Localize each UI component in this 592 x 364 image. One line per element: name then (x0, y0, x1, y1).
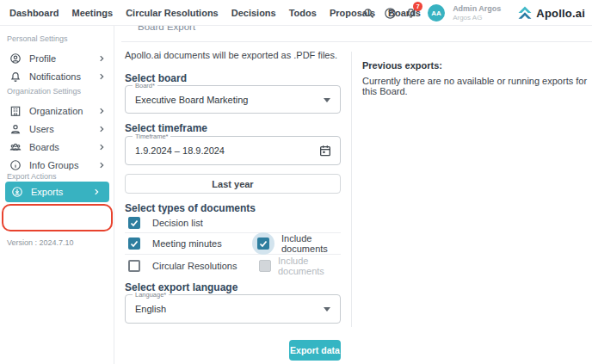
document-row-circular-resolutions: Circular Resolutions Include documents (125, 255, 341, 276)
sidebar-item-profile[interactable]: Profile (0, 49, 114, 67)
chevron-right-icon (97, 107, 106, 115)
nav-todos[interactable]: Todos (289, 8, 317, 18)
sidebar-item-label: Organization (29, 106, 97, 116)
last-year-button[interactable]: Last year (125, 174, 341, 194)
checkbox-focus-halo (252, 232, 274, 255)
section-export-actions: Export Actions (7, 172, 57, 181)
checkbox-label: Meeting minutes (152, 238, 222, 249)
document-row-decision-list: Decision list (125, 213, 341, 233)
main-nav: Dashboard Meetings Circular Resolutions … (0, 8, 421, 18)
document-row-meeting-minutes: Meeting minutes Include documents (125, 233, 341, 255)
help-icon[interactable] (383, 6, 397, 20)
chevron-right-icon (97, 143, 106, 151)
language-field-label: Language* (133, 291, 169, 299)
brand-name: Apollo.ai (536, 7, 585, 20)
sidebar-item-label: Users (29, 124, 97, 134)
sidebar-item-label: Boards (29, 142, 97, 152)
sidebar-item-organization[interactable]: Organization (0, 102, 114, 120)
top-navigation-bar: Dashboard Meetings Circular Resolutions … (0, 0, 592, 26)
panel-divider (351, 52, 352, 327)
settings-sidebar: Personal Settings Profile Notifications … (0, 26, 114, 364)
previous-exports-title: Previous exports: (362, 60, 442, 71)
people-group-icon (9, 141, 22, 153)
bell-icon (9, 71, 22, 83)
timeframe-field-label: Timeframe* (133, 133, 170, 140)
annotation-highlight (2, 204, 113, 231)
board-selected-value: Executive Board Marketing (126, 86, 340, 113)
checkbox-label: Circular Resolutions (152, 261, 237, 271)
sidebar-item-label: Exports (31, 187, 92, 197)
sidebar-item-boards[interactable]: Boards (0, 138, 114, 156)
notifications-bell-icon[interactable]: 7 (404, 6, 418, 20)
sidebar-item-info-groups[interactable]: Info Groups (0, 156, 114, 174)
board-select[interactable]: Board* Executive Board Marketing (125, 85, 341, 114)
language-select[interactable]: Language* English (125, 294, 341, 324)
user-organization: Argos AG (453, 14, 501, 22)
info-circle-icon (9, 159, 22, 171)
timeframe-input[interactable]: Timeframe* 1.9.2024 – 18.9.2024 (125, 136, 341, 165)
decision-list-checkbox[interactable] (128, 217, 140, 229)
sidebar-item-label: Info Groups (29, 160, 97, 170)
calendar-icon[interactable] (318, 144, 332, 157)
nav-decisions[interactable]: Decisions (231, 8, 276, 18)
user-icon (9, 123, 22, 135)
sidebar-item-notifications[interactable]: Notifications (0, 67, 114, 85)
sidebar-item-users[interactable]: Users (0, 120, 114, 138)
sidebar-item-label: Notifications (29, 71, 97, 82)
circular-resolutions-checkbox[interactable] (128, 260, 140, 272)
apollo-logo-icon (517, 5, 533, 21)
top-right-cluster: 7 AA Admin Argos Argos AG Apollo.ai (361, 0, 585, 26)
nav-dashboard[interactable]: Dashboard (9, 8, 59, 18)
user-info[interactable]: Admin Argos Argos AG (453, 4, 501, 22)
version-label: Version : 2024.7.10 (7, 238, 74, 247)
include-documents-group: Include documents (252, 232, 341, 255)
timeframe-value: 1.9.2024 – 18.9.2024 (126, 137, 340, 164)
title-divider (121, 41, 592, 42)
export-data-button[interactable]: Export data (289, 340, 341, 361)
include-documents-checkbox[interactable] (257, 238, 269, 250)
caret-down-icon (324, 307, 330, 312)
language-selected-value: English (126, 295, 340, 323)
select-document-types-heading: Select types of documents (125, 202, 256, 214)
meeting-minutes-checkbox[interactable] (128, 238, 140, 250)
user-name: Admin Argos (453, 4, 501, 13)
nav-meetings[interactable]: Meetings (71, 8, 113, 18)
profile-icon (9, 52, 22, 65)
caret-down-icon (324, 98, 330, 102)
intro-text: Apollo.ai documents will be exported as … (125, 50, 337, 60)
section-organization-settings: Organization Settings (7, 87, 81, 96)
chevron-right-icon (97, 54, 106, 63)
notification-count-badge: 7 (413, 2, 422, 11)
nav-circular-resolutions[interactable]: Circular Resolutions (126, 8, 219, 18)
export-download-icon (11, 186, 23, 198)
chevron-right-icon (97, 161, 106, 170)
checkbox-label: Decision list (152, 218, 203, 228)
board-field-label: Board* (133, 82, 157, 89)
section-personal-settings: Personal Settings (7, 34, 68, 43)
sidebar-item-label: Profile (29, 53, 97, 64)
sidebar-item-exports[interactable]: Exports (5, 182, 109, 202)
chevron-right-icon (92, 188, 101, 196)
user-avatar[interactable]: AA (428, 4, 445, 22)
previous-exports-empty-message: Currently there are no available or runn… (362, 76, 592, 96)
checkbox-label: Include documents (278, 256, 341, 276)
include-documents-checkbox-disabled (259, 260, 271, 272)
search-icon[interactable] (361, 6, 375, 20)
chevron-right-icon (97, 72, 106, 81)
board-export-page: Board Export Dashboard Meetings Circular… (0, 0, 592, 364)
building-icon (9, 105, 22, 117)
include-documents-group-disabled: Include documents (256, 256, 341, 276)
brand: Apollo.ai (517, 5, 585, 21)
checkbox-label: Include documents (281, 233, 341, 254)
chevron-right-icon (97, 125, 106, 133)
